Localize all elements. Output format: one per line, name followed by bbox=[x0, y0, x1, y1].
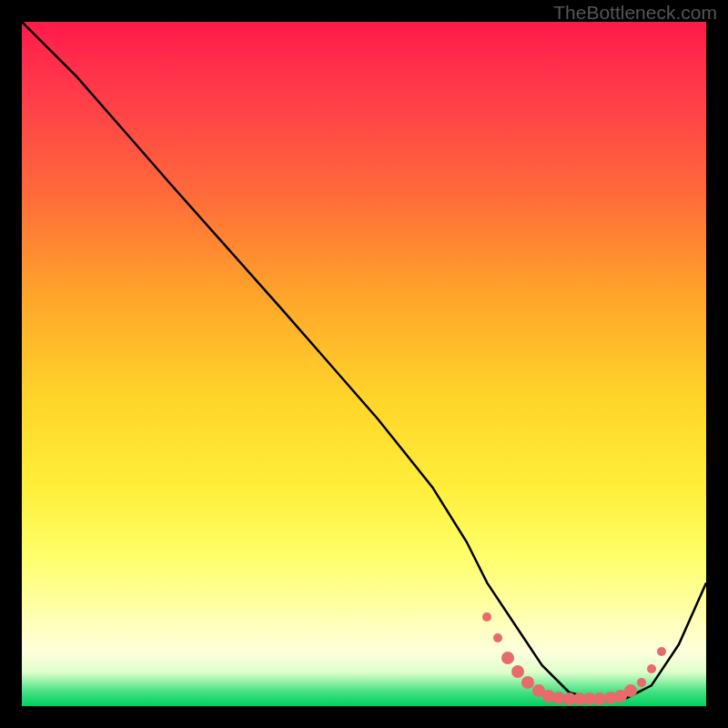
chart-markers bbox=[22, 22, 706, 706]
chart-marker-dot bbox=[552, 692, 565, 704]
chart-marker-dot bbox=[482, 612, 491, 622]
chart-marker-dot bbox=[511, 665, 524, 678]
chart-marker-dot bbox=[604, 692, 617, 704]
chart-marker-dot bbox=[657, 647, 666, 656]
chart-marker-dot bbox=[614, 690, 627, 703]
chart-marker-dot bbox=[501, 652, 514, 664]
chart-marker-dot bbox=[647, 664, 656, 673]
chart-plot-area bbox=[22, 22, 706, 706]
chart-marker-dot bbox=[521, 676, 534, 689]
chart-marker-dot bbox=[573, 693, 586, 705]
chart-marker-dot bbox=[542, 690, 555, 703]
chart-marker-dot bbox=[593, 693, 606, 705]
chart-marker-dot bbox=[532, 684, 545, 697]
chart-marker-dot bbox=[563, 693, 576, 705]
chart-marker-dot bbox=[493, 633, 502, 642]
watermark-text: TheBottleneck.com bbox=[553, 2, 717, 24]
chart-marker-dot bbox=[583, 693, 596, 705]
chart-marker-dot bbox=[637, 678, 646, 687]
chart-curve bbox=[22, 22, 706, 706]
chart-marker-dot bbox=[624, 684, 637, 697]
